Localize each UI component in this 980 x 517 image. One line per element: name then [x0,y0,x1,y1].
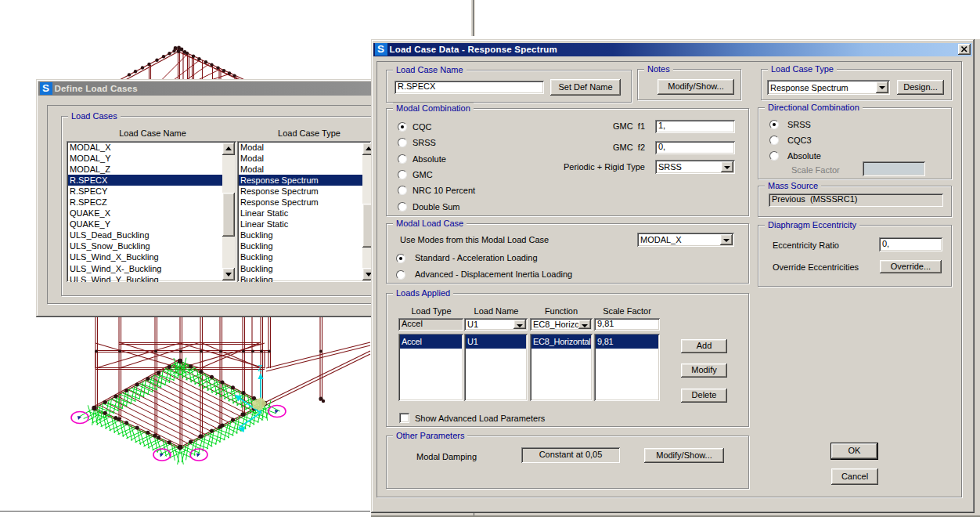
svg-text:Z: Z [258,364,262,373]
